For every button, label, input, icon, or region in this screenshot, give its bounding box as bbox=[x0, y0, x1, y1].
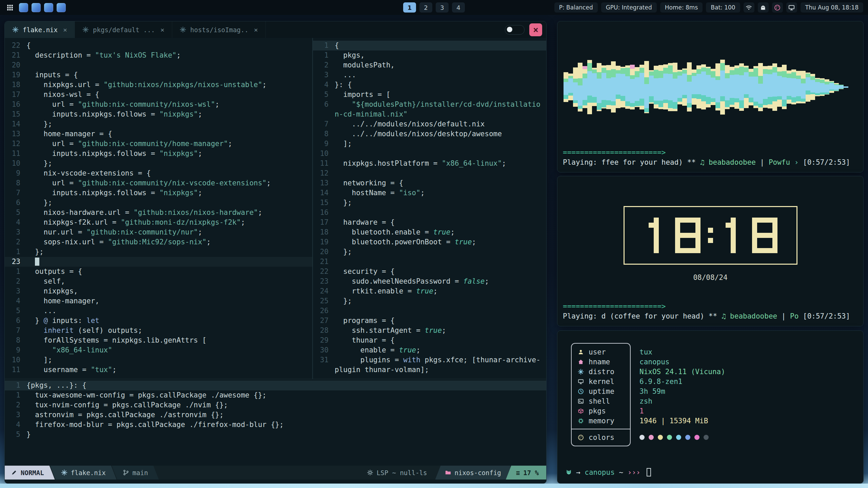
code-line[interactable]: 1 pkgs, bbox=[313, 50, 546, 60]
code-line[interactable]: 7 ../../modules/nixos/default.nix bbox=[313, 119, 546, 129]
code-line[interactable]: 15 }; bbox=[313, 198, 546, 208]
code-line[interactable]: 4}: { bbox=[313, 80, 546, 90]
code-line[interactable]: n-cd-minimal.nix" bbox=[313, 109, 546, 119]
code-line[interactable]: 22 security = { bbox=[313, 267, 546, 277]
code-line[interactable]: 30 enable = true; bbox=[313, 345, 546, 355]
tray-app-icon[interactable] bbox=[32, 3, 41, 12]
code-line[interactable]: 1 tux-awesome-wm-config = pkgs.callPacka… bbox=[5, 390, 546, 400]
code-line[interactable]: 1{ bbox=[313, 41, 546, 50]
code-line[interactable]: 3 astronvim = pkgs.callPackage ./astronv… bbox=[5, 410, 546, 420]
code-line[interactable]: 2 sops-nix.url = "github:Mic92/sops-nix"… bbox=[5, 237, 312, 247]
code-line[interactable]: plugin thunar-volman]; bbox=[313, 365, 546, 375]
code-line[interactable]: 17 nixos-wsl = { bbox=[5, 90, 312, 100]
command-line[interactable] bbox=[5, 480, 546, 483]
workspace-tag-2[interactable]: 2 bbox=[419, 2, 432, 13]
code-line[interactable]: 3 ... bbox=[313, 70, 546, 80]
tray-app-icon[interactable] bbox=[44, 3, 53, 12]
code-line[interactable]: 22{ bbox=[5, 41, 312, 50]
pane-iso-image[interactable]: 1{1 pkgs,2 modulesPath,3 ...4}: {5 impor… bbox=[313, 38, 546, 379]
ghost-icon[interactable] bbox=[758, 2, 769, 13]
code-line[interactable]: 21 bbox=[313, 257, 546, 267]
code-line[interactable]: 28 ssh.startAgent = true; bbox=[313, 326, 546, 336]
code-line[interactable]: 14 }; bbox=[5, 119, 312, 129]
code-line[interactable]: 5 ... bbox=[5, 306, 312, 316]
code-line[interactable]: 23 bbox=[5, 257, 312, 267]
code-line[interactable]: 6 } @ inputs: let bbox=[5, 316, 312, 326]
code-line[interactable]: 20 }; bbox=[313, 247, 546, 257]
tab-hosts-isoimage[interactable]: hosts/isoImag.. × bbox=[172, 21, 266, 38]
code-line[interactable]: 5} bbox=[5, 430, 546, 440]
pane-flake-nix[interactable]: 22{21 description = "tux's NixOS Flake";… bbox=[5, 38, 312, 379]
code-line[interactable]: 2 modulesPath, bbox=[313, 60, 546, 70]
code-line[interactable]: 1 outputs = { bbox=[5, 267, 312, 277]
tab-close-icon[interactable]: × bbox=[160, 26, 164, 34]
code-line[interactable]: 20 bbox=[5, 60, 312, 70]
workspace-tag-3[interactable]: 3 bbox=[436, 2, 449, 13]
code-line[interactable]: 5 nixos-hardware.url = "github:nixos/nix… bbox=[5, 208, 312, 218]
code-line[interactable]: 12 bbox=[313, 168, 546, 178]
code-line[interactable]: 24 rtkit.enable = true; bbox=[313, 286, 546, 296]
tab-pkgs-default[interactable]: pkgs/default ... × bbox=[75, 21, 172, 38]
code-line[interactable]: 16 url = "github:nix-community/nixos-wsl… bbox=[5, 100, 312, 109]
code-line[interactable]: 18 nixpkgs.url = "github:nixos/nixpkgs/n… bbox=[5, 80, 312, 90]
pane-pkgs-default[interactable]: 1{pkgs, ...}: {1 tux-awesome-wm-config =… bbox=[5, 379, 546, 466]
code-line[interactable]: 12 url = "github:nix-community/home-mana… bbox=[5, 139, 312, 149]
code-line[interactable]: 11 inputs.nixpkgs.follows = "nixpkgs"; bbox=[5, 149, 312, 159]
code-line[interactable]: 6 }; bbox=[5, 198, 312, 208]
code-line[interactable]: 23 sudo.wheelNeedsPassword = false; bbox=[313, 277, 546, 286]
tab-flake-nix[interactable]: flake.nix × bbox=[5, 21, 75, 38]
code-line[interactable]: 3 nixpkgs, bbox=[5, 286, 312, 296]
launcher-grid-icon[interactable] bbox=[5, 2, 15, 13]
tab-close-icon[interactable]: × bbox=[254, 26, 258, 34]
code-line[interactable]: 7 inputs.nixpkgs.follows = "nixpkgs"; bbox=[5, 188, 312, 198]
tray-app-icon[interactable] bbox=[57, 3, 66, 12]
code-line[interactable]: 9 ]; bbox=[313, 139, 546, 149]
code-line[interactable]: 19 inputs = { bbox=[5, 70, 312, 80]
code-line[interactable]: 11 nixpkgs.hostPlatform = "x86_64-linux"… bbox=[313, 159, 546, 168]
code-line[interactable]: 8 url = "github:nix-community/nix-vscode… bbox=[5, 178, 312, 188]
code-line[interactable]: 17 hardware = { bbox=[313, 218, 546, 227]
workspace-tag-4[interactable]: 4 bbox=[452, 2, 465, 13]
code-line[interactable]: 9 "x86_64-linux" bbox=[5, 345, 312, 355]
code-line[interactable]: 15 inputs.nixpkgs.follows = "nixpkgs"; bbox=[5, 109, 312, 119]
tab-close-icon[interactable]: × bbox=[63, 26, 67, 34]
code-line[interactable]: 3 nur.url = "github:nix-community/nur"; bbox=[5, 227, 312, 237]
code-line[interactable]: 4 nixpkgs-f2k.url = "github:moni-dz/nixp… bbox=[5, 218, 312, 227]
code-line[interactable]: 2 self, bbox=[5, 277, 312, 286]
code-line[interactable]: 18 bluetooth.enable = true; bbox=[313, 227, 546, 237]
code-line[interactable]: 10 ]; bbox=[5, 355, 312, 365]
code-line[interactable]: 27 programs = { bbox=[313, 316, 546, 326]
theme-toggle[interactable] bbox=[505, 25, 525, 35]
code-line[interactable]: 5 imports = [ bbox=[313, 90, 546, 100]
workspace-tag-1[interactable]: 1 bbox=[403, 2, 416, 13]
code-line[interactable]: 4 home-manager, bbox=[5, 296, 312, 306]
window-close-button[interactable]: × bbox=[529, 23, 542, 36]
code-line[interactable]: 8 forAllSystems = nixpkgs.lib.genAttrs [ bbox=[5, 336, 312, 345]
code-line[interactable]: 2 tux-nvim-config = pkgs.callPackage ./n… bbox=[5, 400, 546, 410]
code-line[interactable]: 29 thunar = { bbox=[313, 336, 546, 345]
code-line[interactable]: 1{pkgs, ...}: { bbox=[5, 381, 546, 390]
code-line[interactable]: 6 "${modulesPath}/installer/cd-dvd/insta… bbox=[313, 100, 546, 109]
wifi-icon[interactable] bbox=[744, 2, 754, 13]
code-line[interactable]: 31 plugins = with pkgs.xfce; [thunar-arc… bbox=[313, 355, 546, 365]
code-line[interactable]: 4 firefox-mod-blur = pkgs.callPackage ./… bbox=[5, 420, 546, 430]
code-line[interactable]: 13 home-manager = { bbox=[5, 129, 312, 139]
code-line[interactable]: 19 bluetooth.powerOnBoot = true; bbox=[313, 237, 546, 247]
code-line[interactable]: 11 username = "tux"; bbox=[5, 365, 312, 375]
code-line[interactable]: 21 description = "tux's NixOS Flake"; bbox=[5, 50, 312, 60]
tray-app-icon[interactable] bbox=[19, 3, 28, 12]
code-line[interactable]: 14 hostName = "iso"; bbox=[313, 188, 546, 198]
code-line[interactable]: 10 bbox=[313, 149, 546, 159]
code-line[interactable]: 1 }; bbox=[5, 247, 312, 257]
code-line[interactable]: 7 inherit (self) outputs; bbox=[5, 326, 312, 336]
code-line[interactable]: 13 networking = { bbox=[313, 178, 546, 188]
code-line[interactable]: 26 bbox=[313, 306, 546, 316]
display-icon[interactable] bbox=[786, 2, 797, 13]
code-line[interactable]: 10 }; bbox=[5, 159, 312, 168]
code-line[interactable]: 16 bbox=[313, 208, 546, 218]
code-line[interactable]: 25 }; bbox=[313, 296, 546, 306]
shell-prompt[interactable]: → canopus ~ ››› bbox=[563, 468, 858, 476]
code-line[interactable]: 8 ../../modules/nixos/desktop/awesome bbox=[313, 129, 546, 139]
code-line[interactable]: 9 nix-vscode-extensions = { bbox=[5, 168, 312, 178]
palette-icon[interactable] bbox=[772, 2, 783, 13]
